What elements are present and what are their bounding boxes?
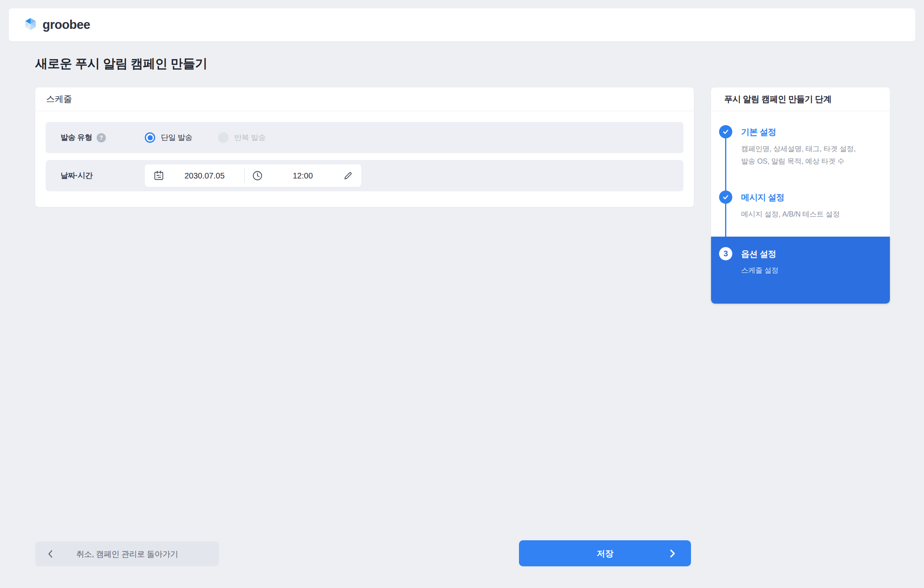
steps-list: 기본 설정 캠페인명, 상세설명, 태그, 타겟 설정, 발송 OS, 알림 목…: [711, 111, 890, 237]
radio-single-send[interactable]: 단일 발송: [145, 132, 192, 143]
chevron-right-icon: [669, 548, 677, 559]
send-type-radio-group: 단일 발송 반복 발송: [145, 132, 266, 143]
cancel-button[interactable]: 취소, 캠페인 관리로 돌아가기: [35, 541, 219, 566]
groobee-cube-icon: [22, 17, 38, 33]
time-value[interactable]: 12:00: [263, 171, 342, 180]
step3-number-badge: 3: [719, 247, 732, 260]
step1-description: 캠페인명, 상세설명, 태그, 타겟 설정, 발송 OS, 알림 목적, 예상 …: [741, 143, 855, 168]
radio-selected-icon[interactable]: [145, 132, 155, 143]
save-button[interactable]: 저장: [519, 540, 691, 566]
chevron-left-icon: [47, 549, 55, 559]
step-basic-settings[interactable]: 기본 설정 캠페인명, 상세설명, 태그, 타겟 설정, 발송 OS, 알림 목…: [719, 125, 882, 168]
schedule-card: 스케줄 발송 유형 ? 단일 발송 반복 발송 날짜·시간: [35, 87, 694, 207]
step2-check-icon: [719, 191, 732, 204]
page-title: 새로운 푸시 알림 캠페인 만들기: [35, 55, 207, 72]
radio-repeat-send-label: 반복 발송: [234, 132, 266, 143]
help-icon[interactable]: ?: [97, 133, 106, 142]
send-type-label-wrap: 발송 유형 ?: [61, 132, 145, 143]
datetime-label-wrap: 날짜·시간: [61, 170, 145, 181]
datetime-row: 날짜·시간 2030.07.05 12:00: [46, 160, 683, 191]
steps-panel-title: 푸시 알림 캠페인 만들기 단계: [711, 87, 890, 111]
clock-icon: [252, 170, 263, 181]
datetime-picker[interactable]: 2030.07.05 12:00: [145, 164, 361, 187]
step-message-settings[interactable]: 메시지 설정 메시지 설정, A/B/N 테스트 설정: [719, 191, 882, 221]
step2-title[interactable]: 메시지 설정: [741, 192, 840, 203]
brand-name: groobee: [43, 18, 90, 32]
cancel-button-label: 취소, 캠페인 관리로 돌아가기: [76, 549, 178, 560]
step1-title[interactable]: 기본 설정: [741, 126, 855, 138]
datetime-label: 날짜·시간: [61, 170, 93, 181]
edit-pencil-icon[interactable]: [342, 170, 353, 181]
steps-panel: 푸시 알림 캠페인 만들기 단계 기본 설정 캠페인명, 상세설명, 태그, 타…: [711, 87, 890, 237]
send-type-row: 발송 유형 ? 단일 발송 반복 발송: [46, 122, 683, 153]
radio-repeat-send[interactable]: 반복 발송: [218, 132, 266, 143]
step3-number: 3: [723, 249, 728, 258]
save-button-label: 저장: [597, 548, 613, 559]
brand-logo[interactable]: groobee: [22, 17, 90, 33]
date-value[interactable]: 2030.07.05: [165, 171, 244, 180]
schedule-card-header: 스케줄: [35, 87, 694, 111]
step2-description: 메시지 설정, A/B/N 테스트 설정: [741, 208, 840, 221]
datetime-divider: [244, 168, 245, 183]
calendar-icon: [153, 170, 165, 182]
send-type-label: 발송 유형: [61, 132, 92, 143]
step3-description: 스케줄 설정: [741, 264, 778, 277]
step3-title: 옵션 설정: [741, 248, 778, 260]
radio-disabled-icon: [218, 132, 229, 143]
steps-sidebar: 푸시 알림 캠페인 만들기 단계 기본 설정 캠페인명, 상세설명, 태그, 타…: [711, 87, 890, 304]
radio-single-send-label[interactable]: 단일 발송: [161, 132, 192, 143]
schedule-card-body: 발송 유형 ? 단일 발송 반복 발송 날짜·시간: [35, 111, 694, 191]
step1-check-icon: [719, 125, 732, 138]
top-header-bar: groobee: [9, 8, 915, 41]
step-option-settings-active[interactable]: 3 옵션 설정 스케줄 설정: [711, 237, 890, 304]
